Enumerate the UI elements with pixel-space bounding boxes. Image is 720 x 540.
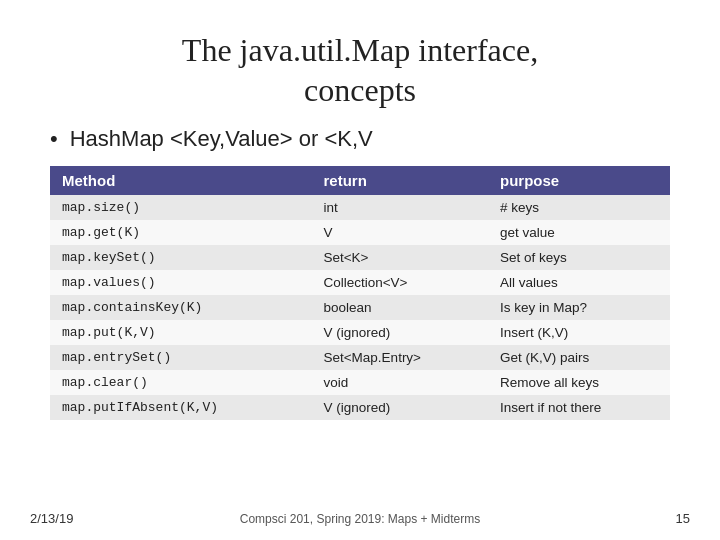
footer-date: 2/13/19 [30,511,73,526]
cell-method: map.size() [50,195,311,220]
cell-return: void [311,370,488,395]
cell-return: V (ignored) [311,320,488,345]
table-header-row: Method return purpose [50,166,670,195]
cell-method: map.get(K) [50,220,311,245]
cell-return: Collection<V> [311,270,488,295]
cell-method: map.containsKey(K) [50,295,311,320]
cell-purpose: Set of keys [488,245,670,270]
table-row: map.get(K)Vget value [50,220,670,245]
cell-method: map.putIfAbsent(K,V) [50,395,311,420]
cell-return: Set<Map.Entry> [311,345,488,370]
footer: Compsci 201, Spring 2019: Maps + Midterm… [0,512,720,526]
cell-method: map.clear() [50,370,311,395]
bullet-point: • [50,126,58,152]
table-row: map.putIfAbsent(K,V)V (ignored)Insert if… [50,395,670,420]
cell-purpose: get value [488,220,670,245]
cell-return: V (ignored) [311,395,488,420]
page-number: 15 [676,511,690,526]
table-row: map.size()int# keys [50,195,670,220]
table-row: map.values()Collection<V>All values [50,270,670,295]
cell-method: map.keySet() [50,245,311,270]
col-purpose: purpose [488,166,670,195]
footer-text: Compsci 201, Spring 2019: Maps + Midterm… [240,512,480,526]
table-row: map.entrySet()Set<Map.Entry>Get (K,V) pa… [50,345,670,370]
table-row: map.clear()voidRemove all keys [50,370,670,395]
cell-method: map.entrySet() [50,345,311,370]
cell-return: Set<K> [311,245,488,270]
cell-return: int [311,195,488,220]
cell-purpose: Get (K,V) pairs [488,345,670,370]
cell-return: boolean [311,295,488,320]
cell-purpose: Remove all keys [488,370,670,395]
col-return: return [311,166,488,195]
cell-method: map.put(K,V) [50,320,311,345]
cell-purpose: Insert (K,V) [488,320,670,345]
cell-purpose: All values [488,270,670,295]
table-row: map.put(K,V)V (ignored)Insert (K,V) [50,320,670,345]
cell-purpose: # keys [488,195,670,220]
cell-return: V [311,220,488,245]
cell-purpose: Is key in Map? [488,295,670,320]
slide-title: The java.util.Map interface, concepts [50,30,670,110]
cell-method: map.values() [50,270,311,295]
slide: The java.util.Map interface, concepts • … [0,0,720,540]
col-method: Method [50,166,311,195]
table-row: map.containsKey(K)booleanIs key in Map? [50,295,670,320]
slide-subtitle: • HashMap <Key,Value> or <K,V [50,126,670,152]
cell-purpose: Insert if not there [488,395,670,420]
table-row: map.keySet()Set<K>Set of keys [50,245,670,270]
methods-table: Method return purpose map.size()int# key… [50,166,670,420]
subtitle-text: HashMap <Key,Value> or <K,V [70,126,373,152]
